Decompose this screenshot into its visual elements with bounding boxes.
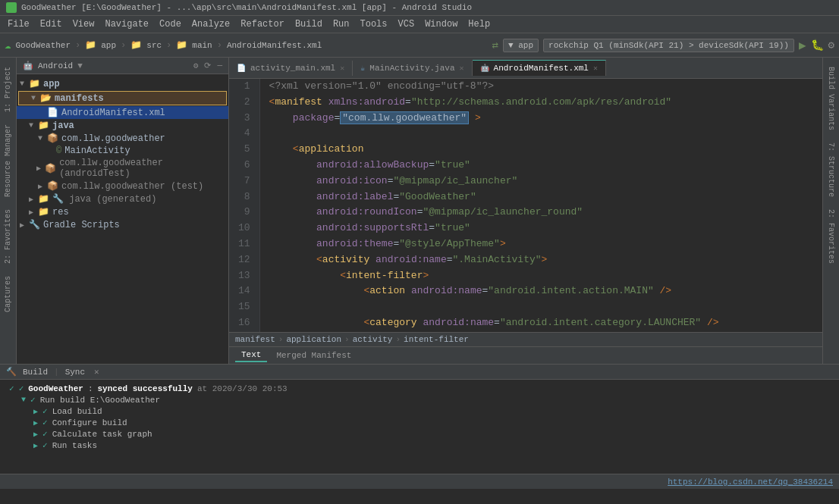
tree-item-test[interactable]: ▶ 📦 com.llw.goodweather (test): [17, 180, 228, 193]
toolbar-debug-btn[interactable]: 🐛: [811, 39, 824, 52]
left-sidebar: 1: Project Resource Manager 2: Favorites…: [0, 58, 17, 364]
activity-icon: ©: [56, 146, 61, 156]
tree-item-gradle[interactable]: ▶ 🔧 Gradle Scripts: [17, 218, 228, 231]
tree-label-mainactivity: MainActivity: [64, 146, 130, 156]
toolbar-config-select[interactable]: rockchip Q1 (minSdk(API 21) > deviceSdk(…: [543, 39, 794, 52]
tab-close-activity[interactable]: ✕: [340, 64, 344, 73]
sidebar-item-resource[interactable]: Resource Manager: [2, 118, 14, 203]
tree-label-java: java: [52, 121, 74, 131]
window-title: GoodWeather [E:\GoodWeather] - ...\app\s…: [21, 3, 472, 12]
menu-navigate[interactable]: Navigate: [100, 17, 153, 31]
tree-label-res: res: [52, 207, 69, 218]
menu-code[interactable]: Code: [155, 17, 186, 31]
res-icon: 📁: [38, 206, 49, 218]
sidebar-item-favorites[interactable]: 2: Favorites: [2, 203, 14, 270]
toolbar-run-btn[interactable]: ▶: [799, 38, 806, 53]
code-content: <?xml version="1.0" encoding="utf-8"?> <…: [260, 79, 822, 332]
toolbar-src: 📁: [130, 39, 142, 51]
project-sync-icon[interactable]: ⟳: [204, 61, 211, 70]
tree-item-java[interactable]: ▼ 📁 java: [17, 119, 228, 132]
tree-label-package: com.llw.goodweather: [61, 133, 165, 144]
build-line-configure: ▶ ✓ Configure build: [9, 417, 830, 428]
breadcrumb-intentfilter[interactable]: intent-filter: [404, 335, 469, 344]
xml-icon: 📄: [237, 64, 246, 73]
tree-item-res[interactable]: ▶ 📁 res: [17, 205, 228, 218]
menu-tools[interactable]: Tools: [356, 17, 392, 31]
menu-build[interactable]: Build: [291, 17, 327, 31]
tab-label-activity-main: activity_main.xml: [250, 64, 335, 73]
code-line-2: <manifest xmlns:android="http://schemas.…: [269, 95, 822, 111]
build-loadbuild-label: Load build: [52, 407, 102, 416]
code-line-6: android:allowBackup="true": [269, 158, 822, 174]
package-test-icon: 📦: [47, 180, 58, 192]
toolbar-src-label: src: [146, 41, 162, 50]
menu-view[interactable]: View: [68, 17, 99, 31]
manifest-icon: 🤖: [480, 64, 489, 73]
tab-activity-main[interactable]: 📄 activity_main.xml ✕: [229, 61, 353, 76]
code-line-9: android:roundIcon="@mipmap/ic_launcher_r…: [269, 205, 822, 221]
package-icon: 📦: [47, 133, 58, 144]
breadcrumb-sep2: ›: [344, 335, 350, 344]
code-editor[interactable]: 1 2 3 4 5 6 7 8 9 10 11 12 13 14 15 16 💡…: [229, 79, 822, 332]
code-line-3: package="com.llw.goodweather" >: [269, 111, 822, 127]
status-url[interactable]: https://blog.csdn.net/qq_38436214: [668, 477, 833, 487]
tab-androidmanifest[interactable]: 🤖 AndroidManifest.xml ✕: [473, 60, 606, 76]
breadcrumb-application[interactable]: application: [286, 335, 341, 344]
build-runtasks-label: Run tasks: [52, 441, 97, 450]
menu-refactor[interactable]: Refactor: [236, 17, 289, 31]
breadcrumb-manifest[interactable]: manifest: [235, 335, 275, 344]
sidebar-item-captures[interactable]: Captures: [2, 270, 14, 318]
project-settings-icon[interactable]: ⚙: [193, 61, 199, 70]
tab-close-mainactivity[interactable]: ✕: [460, 64, 464, 73]
sync-title[interactable]: Sync: [65, 368, 85, 377]
code-line-1: <?xml version="1.0" encoding="utf-8"?>: [269, 79, 822, 95]
tab-close-manifest[interactable]: ✕: [593, 64, 598, 73]
check-icon-runbuild: ✓: [30, 395, 36, 405]
menu-file[interactable]: File: [3, 17, 34, 31]
menu-analyze[interactable]: Analyze: [187, 17, 234, 31]
tree-item-androidtest[interactable]: ▶ 📦 com.llw.goodweather (androidTest): [17, 157, 228, 180]
sidebar-item-project[interactable]: 1: Project: [2, 61, 14, 118]
sidebar-item-build-variants[interactable]: Build Variants: [825, 61, 837, 136]
project-panel: 🤖 Android ▼ ⚙ ⟳ — ▼ 📁 app ▼ 📂 mani: [17, 58, 229, 364]
tab-text[interactable]: Text: [235, 349, 267, 362]
toolbar-more-btn[interactable]: ⚙: [828, 39, 834, 52]
code-line-8: android:label="GoodWeather": [269, 189, 822, 205]
tree-item-java-generated[interactable]: ▶ 📁 🔧 java (generated): [17, 193, 228, 205]
build-line-loadbuild: ▶ ✓ Load build: [9, 405, 830, 417]
project-collapse-icon[interactable]: —: [217, 61, 222, 70]
menu-window[interactable]: Window: [420, 17, 462, 31]
sidebar-item-2favorites[interactable]: 2: Favorites: [825, 203, 837, 270]
sidebar-item-7structure[interactable]: 7: Structure: [825, 136, 837, 203]
breadcrumb-activity[interactable]: activity: [353, 335, 393, 344]
check-icon-configure: ✓: [42, 418, 48, 427]
project-header-title: Android: [38, 61, 73, 70]
tree-label-androidtest: com.llw.goodweather (androidTest): [59, 158, 225, 179]
menu-edit[interactable]: Edit: [36, 17, 67, 31]
arrow-icon-taskgraph: ▶: [33, 430, 38, 439]
build-title[interactable]: Build: [23, 368, 48, 377]
build-line-taskgraph: ▶ ✓ Calculate task graph: [9, 428, 830, 440]
arrow-icon-configure: ▶: [33, 418, 38, 427]
tree-item-manifests[interactable]: ▼ 📂 manifests: [18, 91, 227, 105]
build-header-close[interactable]: ✕: [94, 367, 99, 377]
tab-merged-manifest[interactable]: Merged Manifest: [270, 349, 357, 362]
project-dropdown-arrow[interactable]: ▼: [77, 61, 83, 70]
tree-item-androidmanifest[interactable]: 📄 AndroidManifest.xml: [17, 106, 228, 119]
menu-help[interactable]: Help: [463, 17, 495, 31]
tree-item-app[interactable]: ▼ 📁 app: [17, 77, 228, 90]
android-icon: 🤖: [23, 61, 33, 70]
main-layout: 1: Project Resource Manager 2: Favorites…: [0, 58, 839, 364]
check-icon-loadbuild: ✓: [42, 406, 48, 416]
title-bar: GoodWeather [E:\GoodWeather] - ...\app\s…: [0, 0, 839, 16]
menu-vcs[interactable]: VCS: [394, 17, 420, 31]
toolbar-app: app: [101, 41, 116, 50]
code-line-13: <intent-filter>: [269, 268, 822, 284]
tree-item-mainactivity[interactable]: © MainActivity: [17, 145, 228, 157]
toolbar-sync-icon[interactable]: ⇄: [492, 39, 498, 52]
tree-item-package[interactable]: ▼ 📦 com.llw.goodweather: [17, 132, 228, 145]
toolbar-module-select[interactable]: ▼ app: [503, 39, 539, 52]
build-colon: :: [88, 384, 93, 393]
menu-run[interactable]: Run: [328, 17, 354, 31]
tab-mainactivity-java[interactable]: ☕ MainActivity.java ✕: [353, 61, 472, 76]
